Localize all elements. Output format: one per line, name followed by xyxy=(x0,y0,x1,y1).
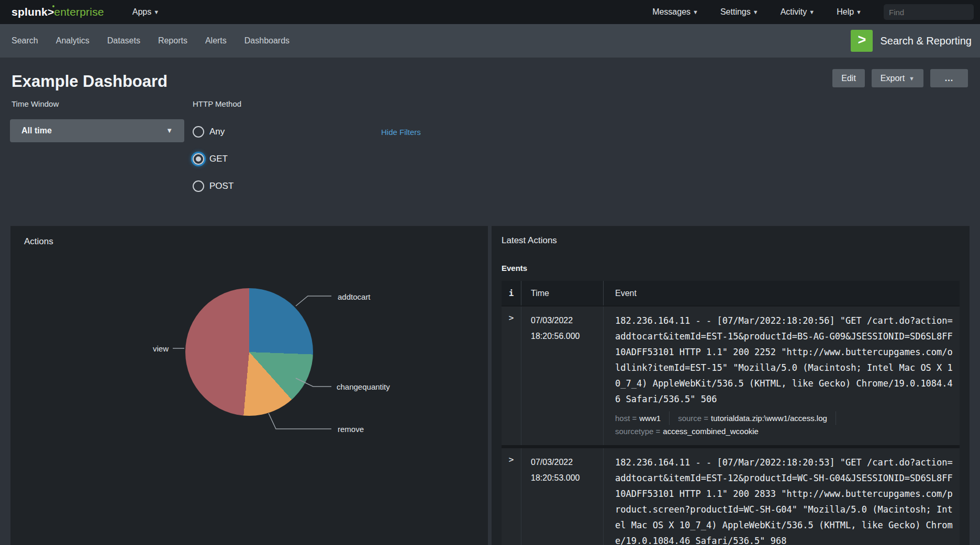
header-info-column: i xyxy=(502,281,521,305)
event-cell: 182.236.164.11 - - [07/Mar/2022:18:20:53… xyxy=(603,448,960,545)
event-expand-cell: > xyxy=(502,448,521,545)
top-right-menus: Messages▼ Settings▼ Activity▼ Help▼ xyxy=(652,4,980,20)
radio-get-label: GET xyxy=(209,154,228,164)
header-buttons: Edit Export▼ ... xyxy=(832,69,968,87)
top-bar: splunk>enterprise Apps▼ Messages▼ Settin… xyxy=(0,0,980,24)
logo-brand: splunk xyxy=(12,6,48,18)
apps-menu[interactable]: Apps▼ xyxy=(132,7,159,17)
radio-post-label: POST xyxy=(209,181,233,191)
event-clock: 18:20:53.000 xyxy=(531,470,603,486)
chevron-down-icon: ▼ xyxy=(153,9,159,15)
radio-button-icon xyxy=(193,153,204,165)
radio-button-icon xyxy=(193,180,204,192)
messages-menu[interactable]: Messages▼ xyxy=(652,7,698,17)
page-title: Example Dashboard xyxy=(12,72,168,91)
chevron-down-icon: ▼ xyxy=(909,75,915,82)
source-field-value[interactable]: tutorialdata.zip:\www1/access.log xyxy=(711,414,827,423)
source-field-label: source = xyxy=(678,414,708,423)
latest-actions-panel: Latest Actions Events i Time Event > 07/… xyxy=(492,226,970,545)
pie-label-remove: remove xyxy=(338,425,364,434)
http-method-label: HTTP Method xyxy=(193,99,241,108)
app-name-label: Search & Reporting xyxy=(880,35,972,47)
pie-label-view: view xyxy=(139,344,169,353)
chevron-down-icon: ▼ xyxy=(693,9,698,15)
nav-item-search[interactable]: Search xyxy=(12,36,38,46)
pie-label-changequantity: changequantity xyxy=(337,382,390,391)
radio-button-icon xyxy=(193,126,204,138)
nav-item-analytics[interactable]: Analytics xyxy=(56,36,90,46)
events-table: i Time Event > 07/03/2022 18:20:56.000 1… xyxy=(502,281,960,545)
chevron-down-icon: ▼ xyxy=(809,9,815,15)
event-row: > 07/03/2022 18:20:53.000 182.236.164.11… xyxy=(502,445,960,545)
sourcetype-field-value[interactable]: access_combined_wcookie xyxy=(663,427,759,436)
latest-actions-title: Latest Actions xyxy=(502,235,557,246)
nav-item-reports[interactable]: Reports xyxy=(158,36,187,46)
splunk-logo: splunk>enterprise xyxy=(12,6,104,18)
logo-product: enterprise xyxy=(54,6,104,18)
logo-gt-mark: > xyxy=(48,6,54,18)
settings-menu[interactable]: Settings▼ xyxy=(720,7,759,17)
http-method-radios: Any GET POST xyxy=(193,126,233,207)
time-window-label: Time Window xyxy=(12,99,59,108)
header-event-column: Event xyxy=(603,281,960,305)
activity-menu[interactable]: Activity▼ xyxy=(781,7,815,17)
event-time-cell: 07/03/2022 18:20:53.000 xyxy=(521,448,603,545)
event-row: > 07/03/2022 18:20:56.000 182.236.164.11… xyxy=(502,305,960,445)
edit-button[interactable]: Edit xyxy=(832,69,865,87)
sourcetype-field-label: sourcetype = xyxy=(615,427,660,436)
find-input[interactable] xyxy=(889,8,980,17)
chevron-down-icon: ▼ xyxy=(856,9,862,15)
events-table-header: i Time Event xyxy=(502,281,960,305)
app-nav-bar: Search Analytics Datasets Reports Alerts… xyxy=(0,24,980,58)
time-window-dropdown[interactable]: All time ▼ xyxy=(10,119,184,142)
radio-post[interactable]: POST xyxy=(193,180,233,192)
events-subtitle: Events xyxy=(502,264,527,272)
radio-any-label: Any xyxy=(209,127,225,137)
host-field-value[interactable]: www1 xyxy=(639,414,661,423)
splunk-app-icon[interactable]: > xyxy=(851,30,873,52)
nav-item-dashboards[interactable]: Dashboards xyxy=(244,36,289,46)
hide-filters-link[interactable]: Hide Filters xyxy=(381,128,421,137)
event-expand-cell: > xyxy=(502,306,521,445)
host-field-label: host = xyxy=(615,414,637,423)
nav-item-datasets[interactable]: Datasets xyxy=(107,36,140,46)
time-window-value: All time xyxy=(21,126,52,135)
event-time-cell: 07/03/2022 18:20:56.000 xyxy=(521,306,603,445)
event-fields: host =www1 source =tutorialdata.zip:\www… xyxy=(615,412,960,438)
chevron-down-icon: ▼ xyxy=(753,9,759,15)
actions-pie-chart[interactable] xyxy=(185,288,313,416)
actions-panel-title: Actions xyxy=(24,236,53,247)
event-date: 07/03/2022 xyxy=(531,455,603,470)
event-date: 07/03/2022 xyxy=(531,313,603,328)
more-actions-button[interactable]: ... xyxy=(930,69,968,87)
expand-event-icon[interactable]: > xyxy=(509,455,514,464)
pie-label-addtocart: addtocart xyxy=(338,292,371,301)
actions-panel: Actions view addtocart changequantity re… xyxy=(10,226,488,545)
radio-get[interactable]: GET xyxy=(193,153,233,165)
event-raw-text: 182.236.164.11 - - [07/Mar/2022:18:20:53… xyxy=(615,455,960,545)
expand-event-icon[interactable]: > xyxy=(509,313,514,323)
chevron-down-icon: ▼ xyxy=(166,127,173,134)
nav-item-alerts[interactable]: Alerts xyxy=(205,36,227,46)
help-menu[interactable]: Help▼ xyxy=(837,7,862,17)
find-search-box[interactable] xyxy=(884,4,974,20)
radio-any[interactable]: Any xyxy=(193,126,233,138)
event-clock: 18:20:56.000 xyxy=(531,328,603,344)
event-cell: 182.236.164.11 - - [07/Mar/2022:18:20:56… xyxy=(603,306,960,445)
export-button[interactable]: Export▼ xyxy=(872,69,923,87)
event-raw-text: 182.236.164.11 - - [07/Mar/2022:18:20:56… xyxy=(615,313,960,407)
current-app: > Search & Reporting xyxy=(851,30,972,52)
header-time-column: Time xyxy=(521,281,603,305)
